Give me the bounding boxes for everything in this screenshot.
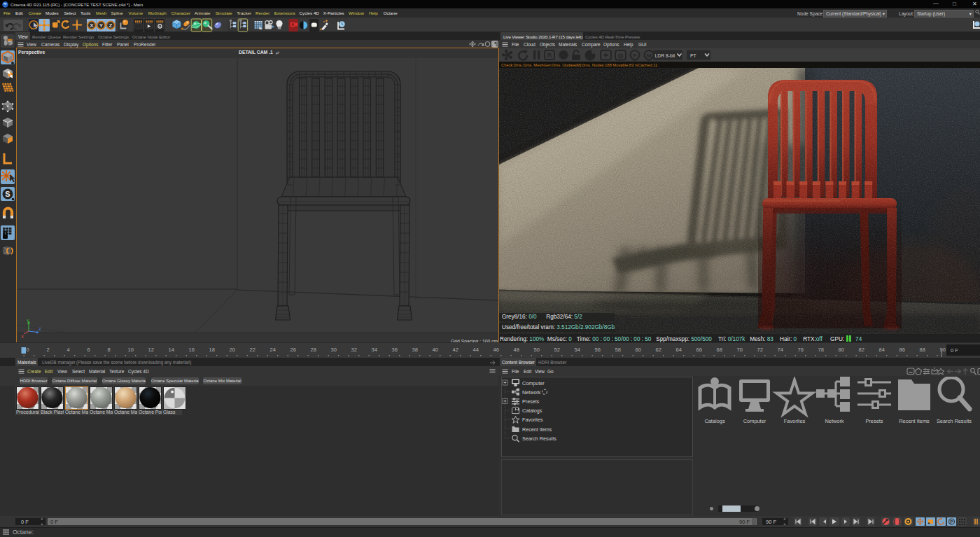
svg-text:Catalogs: Catalogs	[522, 407, 542, 414]
svg-text:22: 22	[250, 347, 255, 353]
svg-text:74: 74	[778, 347, 783, 353]
svg-text:48: 48	[514, 347, 519, 353]
svg-text:PT: PT	[690, 53, 696, 58]
svg-text:LDR 8-bit: LDR 8-bit	[655, 53, 676, 58]
svg-text:4: 4	[67, 347, 70, 353]
svg-text:Favorites: Favorites	[522, 417, 543, 423]
svg-text:28: 28	[311, 347, 316, 353]
svg-text:12: 12	[148, 347, 154, 353]
svg-text:Computer: Computer	[522, 380, 545, 386]
svg-text:42: 42	[453, 347, 458, 353]
svg-text:34: 34	[372, 347, 377, 353]
svg-text:R: R	[547, 52, 552, 59]
svg-text:Recent Items: Recent Items	[522, 426, 552, 433]
svg-text:88: 88	[920, 347, 925, 353]
svg-text:2: 2	[47, 347, 50, 353]
svg-text:76: 76	[798, 347, 804, 353]
svg-text:18: 18	[209, 347, 215, 353]
svg-text:80: 80	[839, 347, 844, 353]
svg-text:64: 64	[676, 347, 682, 353]
svg-text:90 F: 90 F	[739, 519, 750, 525]
svg-text:P: P	[950, 519, 953, 524]
svg-text:Catalogs: Catalogs	[704, 418, 724, 424]
svg-text:0 F: 0 F	[50, 519, 58, 525]
svg-text:Y: Y	[99, 22, 104, 29]
svg-text:0 F: 0 F	[21, 519, 29, 525]
svg-text:16: 16	[189, 347, 195, 353]
svg-text:62: 62	[656, 347, 662, 353]
svg-text:72: 72	[757, 347, 763, 353]
svg-text:58: 58	[615, 347, 621, 353]
svg-text:50: 50	[534, 347, 540, 353]
svg-text:66: 66	[696, 347, 702, 353]
svg-text:68: 68	[717, 347, 722, 353]
svg-text:0 F: 0 F	[951, 347, 958, 354]
svg-text:82: 82	[859, 347, 864, 353]
svg-text:14: 14	[169, 347, 174, 353]
svg-text:Network: Network	[522, 389, 541, 396]
svg-text:Favorites: Favorites	[784, 418, 806, 424]
svg-text:32: 32	[351, 347, 357, 353]
svg-text:Presets: Presets	[522, 398, 540, 405]
svg-text:S: S	[5, 190, 10, 198]
svg-text:X: X	[90, 22, 94, 29]
svg-text:Search Results: Search Results	[937, 418, 972, 424]
svg-text:78: 78	[818, 347, 824, 353]
svg-text:M: M	[647, 53, 652, 59]
svg-text:Search Results: Search Results	[522, 435, 556, 442]
svg-text:Z: Z	[38, 327, 41, 331]
svg-text:Presets: Presets	[865, 418, 883, 424]
svg-text:X: X	[21, 335, 24, 339]
svg-text:60: 60	[636, 347, 641, 353]
svg-text:0: 0	[27, 347, 29, 353]
svg-text:90: 90	[940, 347, 946, 353]
svg-text:86: 86	[899, 347, 905, 353]
svg-text:6: 6	[88, 347, 90, 353]
svg-text:Computer: Computer	[743, 418, 766, 424]
svg-text:10: 10	[128, 347, 134, 353]
svg-text:36: 36	[392, 347, 398, 353]
svg-text:52: 52	[554, 347, 560, 353]
svg-text:30: 30	[331, 347, 337, 353]
svg-text:24: 24	[270, 347, 276, 353]
svg-text:90 F: 90 F	[766, 519, 776, 525]
svg-text:Z: Z	[109, 22, 113, 29]
svg-text:Network: Network	[825, 418, 844, 424]
svg-text:Recent Items: Recent Items	[899, 418, 930, 424]
svg-text:44: 44	[473, 347, 479, 353]
svg-text:38: 38	[412, 347, 418, 353]
svg-text:Y: Y	[27, 319, 29, 323]
svg-text:8: 8	[108, 347, 111, 353]
svg-text:56: 56	[595, 347, 601, 353]
svg-text:46: 46	[493, 347, 499, 353]
svg-text:20: 20	[230, 347, 235, 353]
svg-text:70: 70	[737, 347, 743, 353]
svg-text:40: 40	[433, 347, 438, 353]
svg-text:26: 26	[290, 347, 296, 353]
svg-text:84: 84	[879, 347, 885, 353]
svg-text:54: 54	[575, 347, 580, 353]
svg-text:F: F	[634, 53, 637, 59]
